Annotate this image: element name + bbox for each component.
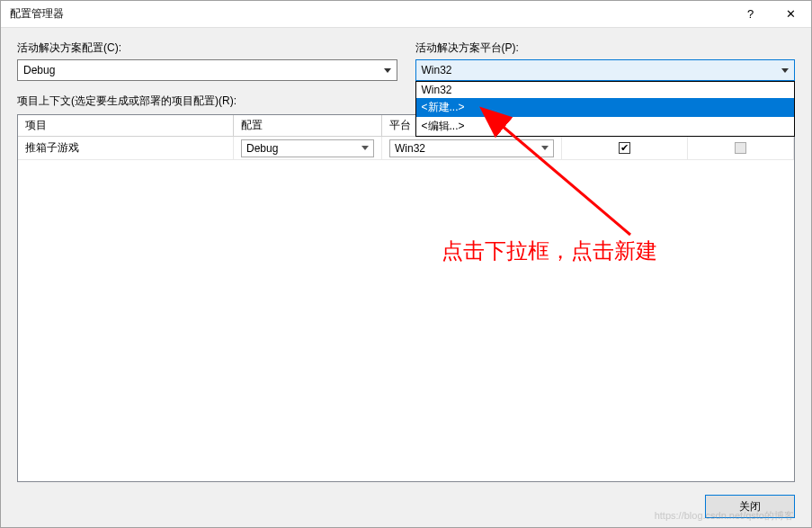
config-column: 活动解决方案配置(C): Debug xyxy=(17,40,397,81)
close-button[interactable]: ✕ xyxy=(771,1,811,28)
cell-build: ✔ xyxy=(562,137,688,159)
header-project[interactable]: 项目 xyxy=(18,115,234,136)
close-icon: ✕ xyxy=(786,7,796,21)
deploy-checkbox xyxy=(735,142,746,154)
chevron-down-icon xyxy=(384,68,391,73)
row-config-value: Debug xyxy=(246,142,361,155)
row-platform-combo[interactable]: Win32 xyxy=(389,139,554,157)
platform-label: 活动解决方案平台(P): xyxy=(415,40,796,56)
platform-column: 活动解决方案平台(P): Win32 Win32 <新建...> <编辑...> xyxy=(415,40,796,81)
project-grid: 项目 配置 平台 生成 部署 推箱子游戏 Debug Win32 xyxy=(17,114,795,482)
chevron-down-icon xyxy=(781,68,789,73)
close-button-label: 关闭 xyxy=(739,499,761,515)
cell-deploy xyxy=(688,137,794,159)
platform-dropdown: Win32 <新建...> <编辑...> xyxy=(415,81,796,137)
dropdown-option-win32[interactable]: Win32 xyxy=(416,82,795,98)
chevron-down-icon xyxy=(361,146,369,150)
dropdown-option-new[interactable]: <新建...> xyxy=(416,98,795,117)
row-platform-value: Win32 xyxy=(395,142,541,155)
help-icon: ? xyxy=(747,7,754,21)
window-title: 配置管理器 xyxy=(10,6,730,22)
dialog-content: 活动解决方案配置(C): Debug 活动解决方案平台(P): Win32 Wi… xyxy=(1,28,811,527)
dialog-footer: 关闭 xyxy=(17,491,795,518)
dropdown-option-edit[interactable]: <编辑...> xyxy=(416,117,795,136)
cell-platform: Win32 xyxy=(382,137,562,159)
platform-combo-value: Win32 xyxy=(422,64,782,76)
header-config[interactable]: 配置 xyxy=(234,115,382,136)
cell-project-name: 推箱子游戏 xyxy=(18,137,234,159)
chevron-down-icon xyxy=(541,146,549,150)
titlebar: 配置管理器 ? ✕ xyxy=(1,1,811,28)
config-manager-dialog: 配置管理器 ? ✕ 活动解决方案配置(C): Debug 活动解决方案平台(P)… xyxy=(0,0,812,528)
config-label: 活动解决方案配置(C): xyxy=(17,40,397,56)
top-selectors-row: 活动解决方案配置(C): Debug 活动解决方案平台(P): Win32 Wi… xyxy=(17,40,795,81)
close-dialog-button[interactable]: 关闭 xyxy=(705,495,795,518)
cell-config: Debug xyxy=(234,137,382,159)
solution-config-combo[interactable]: Debug xyxy=(17,59,397,81)
solution-platform-combo[interactable]: Win32 Win32 <新建...> <编辑...> xyxy=(415,59,796,81)
config-combo-value: Debug xyxy=(23,64,384,76)
row-config-combo[interactable]: Debug xyxy=(241,139,374,157)
build-checkbox[interactable]: ✔ xyxy=(619,142,630,154)
table-row: 推箱子游戏 Debug Win32 ✔ xyxy=(18,137,794,160)
help-button[interactable]: ? xyxy=(730,1,771,28)
